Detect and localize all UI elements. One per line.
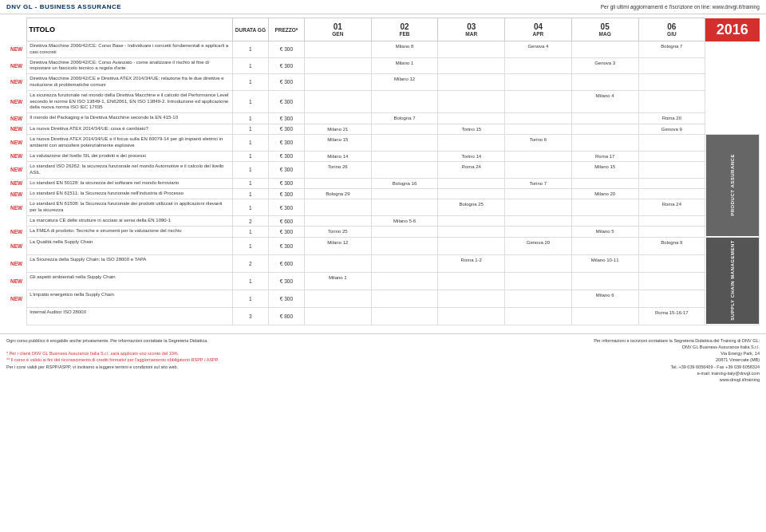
- course-mar: [438, 237, 505, 254]
- table-row: NEWLo standard EN 50128: la sicurezza de…: [6, 178, 760, 188]
- course-apr: Genova 20: [505, 237, 572, 254]
- side-empty: [705, 124, 760, 134]
- new-badge: NEW: [6, 227, 27, 237]
- course-prezzo: € 300: [268, 227, 304, 237]
- page-footer: Ogni corso pubblico è erogabile anche pr…: [0, 333, 766, 387]
- new-badge: NEW: [6, 178, 27, 188]
- new-label: NEW: [10, 261, 22, 266]
- new-label: NEW: [10, 296, 22, 301]
- course-feb: [371, 227, 438, 237]
- course-giu: Bologna 7: [638, 41, 705, 58]
- course-mar: [438, 41, 505, 58]
- course-title: La marcatura CE delle strutture in accia…: [27, 215, 233, 226]
- course-apr: [505, 90, 572, 112]
- course-giu: Roma 20: [638, 113, 705, 124]
- table-row: NEWLa nuova Direttiva ATEX 2014/34/UE e …: [6, 134, 760, 151]
- course-feb: [371, 272, 438, 290]
- course-prezzo: € 600: [268, 254, 304, 272]
- footer-address: Via Energy Park, 14: [594, 350, 760, 357]
- course-mar: Bologna 25: [438, 199, 505, 216]
- footer-website: www.dnvgl.it/training: [594, 376, 760, 383]
- new-label: NEW: [10, 63, 22, 69]
- course-apr: [505, 290, 572, 307]
- course-durata: 1: [232, 178, 268, 188]
- new-badge: NEW: [6, 134, 27, 151]
- new-label: NEW: [10, 167, 22, 172]
- course-apr: [505, 124, 572, 134]
- new-badge: [6, 215, 27, 226]
- course-mag: [571, 124, 638, 134]
- course-feb: [371, 290, 438, 307]
- course-feb: [371, 151, 438, 161]
- new-badge: NEW: [6, 199, 27, 216]
- new-label: NEW: [10, 180, 22, 186]
- footer-note1: * Per i clienti DNV GL Business Assuranc…: [6, 350, 219, 357]
- course-mar: Torino 15: [438, 124, 505, 134]
- table-row: NEWIl mondo del Packaging e la Direttiva…: [6, 113, 760, 124]
- course-giu: [638, 134, 705, 151]
- course-feb: Milano 8: [371, 41, 438, 58]
- course-prezzo: € 300: [268, 113, 304, 124]
- col-header-mar: 03 MAR: [438, 18, 505, 41]
- course-gen: Bologna 29: [305, 188, 372, 199]
- new-badge: NEW: [6, 290, 27, 307]
- course-mar: [438, 178, 505, 188]
- page-header: DNV GL - BUSINESS ASSURANCE Per gli ulti…: [0, 0, 766, 14]
- course-feb: [371, 254, 438, 272]
- course-title: Lo standard ISO 26262: la sicurezza funz…: [27, 161, 233, 178]
- course-durata: 1: [232, 227, 268, 237]
- course-giu: [638, 215, 705, 226]
- course-mar: [438, 272, 505, 290]
- main-content: TITOLO DURATA GG PREZZO* 01 GEN 02 FEB 0…: [0, 14, 766, 329]
- new-badge: NEW: [6, 57, 27, 74]
- col-header-giu: 06 GIU: [638, 18, 705, 41]
- course-gen: [305, 215, 372, 226]
- course-title: Direttiva Macchine 2006/42/CE: Corso Bas…: [27, 41, 233, 58]
- course-mag: [571, 199, 638, 216]
- footer-note3: Per i corsi validi per RSPP/ASPP, vi inv…: [6, 364, 219, 370]
- course-gen: Milano 21: [305, 124, 372, 134]
- col-header-titolo: TITOLO: [27, 18, 233, 41]
- course-durata: 1: [232, 124, 268, 134]
- course-apr: [505, 199, 572, 216]
- new-label: NEW: [10, 205, 22, 211]
- table-row: Internal Auditor ISO 280003€ 800Roma 15-…: [6, 307, 760, 325]
- course-gen: [305, 90, 372, 112]
- course-durata: 1: [232, 90, 268, 112]
- table-row: NEWLo standard EN 61511: la Sicurezza fu…: [6, 188, 760, 199]
- course-giu: [638, 90, 705, 112]
- new-label: NEW: [10, 79, 22, 85]
- course-title: L'impatto energetico nella Supply Chain: [27, 290, 233, 307]
- course-feb: [371, 199, 438, 216]
- table-row: NEWLa nuova Direttiva ATEX 2014/34/UE: c…: [6, 124, 760, 134]
- table-row: NEWLo standard ISO 26262: la sicurezza f…: [6, 161, 760, 178]
- footer-email: e-mail: training-italy@dnvgl.com: [594, 370, 760, 376]
- footer-company: DNV GL Business Assurance Italia S.r.l.: [594, 344, 760, 350]
- course-gen: [305, 290, 372, 307]
- side-label: SUPPLY CHAIN MANAGEMENT: [705, 237, 760, 325]
- course-apr: Torino 7: [505, 178, 572, 188]
- table-row: NEWL'impatto energetico nella Supply Cha…: [6, 290, 760, 307]
- course-mar: [438, 134, 505, 151]
- new-label: NEW: [10, 191, 22, 197]
- course-mag: [571, 178, 638, 188]
- course-durata: 1: [232, 237, 268, 254]
- course-prezzo: € 300: [268, 57, 304, 74]
- course-durata: 1: [232, 41, 268, 58]
- col-header-durata: DURATA GG: [232, 18, 268, 41]
- course-apr: [505, 74, 572, 91]
- course-mag: Milano 10-11: [571, 254, 638, 272]
- course-mar: [438, 227, 505, 237]
- course-mar: [438, 90, 505, 112]
- table-row: NEWLa sicurezza funzionale nel mondo del…: [6, 90, 760, 112]
- course-apr: [505, 57, 572, 74]
- course-giu: [638, 57, 705, 74]
- col-header-mag: 05 MAG: [571, 18, 638, 41]
- course-feb: [371, 161, 438, 178]
- course-mar: [438, 215, 505, 226]
- course-prezzo: € 300: [268, 151, 304, 161]
- course-durata: 3: [232, 307, 268, 325]
- course-prezzo: € 300: [268, 188, 304, 199]
- course-mag: [571, 215, 638, 226]
- course-durata: 1: [232, 74, 268, 91]
